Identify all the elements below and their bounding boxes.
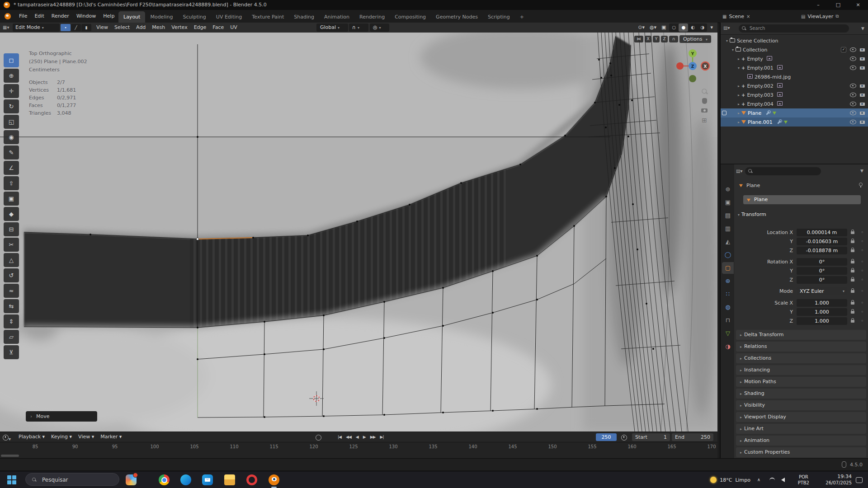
outliner-row-empty-003[interactable]: ▸+Empty.003 <box>721 90 868 99</box>
play-reverse-button[interactable]: ◀ <box>354 432 361 442</box>
outliner-row-empty-004[interactable]: ▸+Empty.004 <box>721 99 868 108</box>
properties-tab-particles[interactable]: ∷ <box>722 288 734 300</box>
menu-file[interactable]: File <box>15 10 31 23</box>
prev-keyframe-button[interactable]: ◀◀ <box>344 432 354 442</box>
workspace-tab-rendering[interactable]: Rendering <box>354 11 390 23</box>
tool-shrink-fatten[interactable]: ⇕ <box>4 314 19 328</box>
gizmo-y-neg-axis[interactable] <box>689 75 696 82</box>
filter-icon[interactable]: ▼ <box>861 26 864 31</box>
value-field[interactable]: 1.000 <box>797 317 847 325</box>
mirror-y-toggle[interactable]: Y <box>653 36 660 42</box>
clock[interactable]: 19:34 26/07/2025 <box>826 474 852 486</box>
disclosure-arrow[interactable]: ▾ <box>730 48 736 52</box>
value-field[interactable]: 1.000 <box>797 299 847 307</box>
disclosure-arrow[interactable]: ▾ <box>724 39 730 43</box>
timeline-ruler[interactable]: 8590951001051101151201251301351401451501… <box>0 442 717 459</box>
outliner-row-26986-mid-jpg[interactable]: 26986-mid.jpg <box>721 72 868 81</box>
timeline-menu-keying[interactable]: Keying ▾ <box>48 432 75 442</box>
next-keyframe-button[interactable]: ▶▶ <box>368 432 378 442</box>
animate-dot[interactable]: ◦ <box>861 299 864 307</box>
blender-app-menu-icon[interactable] <box>5 13 11 19</box>
tool-inset-faces[interactable]: ▣ <box>4 192 19 206</box>
play-button[interactable]: ▶ <box>361 432 368 442</box>
workspace-tab-sculpting[interactable]: Sculpting <box>178 11 211 23</box>
properties-tab-object[interactable]: ▢ <box>722 262 734 274</box>
pan-hand-icon[interactable] <box>702 98 707 104</box>
edge-select-button[interactable]: ╱ <box>71 24 81 31</box>
timeline-editor-icon[interactable]: ▾ <box>3 435 11 441</box>
camera-icon[interactable] <box>860 57 865 61</box>
timeline-menu-playback[interactable]: Playback ▾ <box>15 432 48 442</box>
workspace-tab-layout[interactable]: Layout <box>118 11 145 23</box>
eye-icon[interactable] <box>850 93 856 97</box>
section-motion-paths[interactable]: ▸Motion Paths <box>736 377 866 387</box>
properties-tab-physics[interactable]: ◍ <box>722 301 734 313</box>
properties-tab-material[interactable]: ◑ <box>722 341 734 352</box>
tool-select-box[interactable]: ◻ <box>4 53 19 67</box>
eye-icon[interactable] <box>850 111 856 115</box>
maximize-button[interactable]: □ <box>828 0 848 10</box>
value-field[interactable]: 1.000 <box>797 308 847 316</box>
properties-tab-output[interactable]: ▤ <box>722 210 734 221</box>
jump-to-start-button[interactable]: |◀ <box>335 432 344 442</box>
animate-dot[interactable]: ◦ <box>861 258 864 266</box>
tool-extrude-region[interactable]: ⇧ <box>4 176 19 190</box>
workspace-tab-texture-paint[interactable]: Texture Paint <box>247 11 289 23</box>
animate-dot[interactable]: ◦ <box>861 247 864 255</box>
tray-expand-chevron[interactable]: ∧ <box>757 471 760 488</box>
frame-end-field[interactable]: End250 <box>672 433 713 441</box>
toggle-xray-button[interactable]: ▣ <box>660 23 668 32</box>
lock-icon[interactable] <box>851 320 854 323</box>
disclosure-arrow[interactable]: ▸ <box>736 102 741 106</box>
value-field[interactable]: 0° <box>797 267 847 275</box>
menu-help[interactable]: Help <box>99 10 118 23</box>
tool-loop-cut[interactable]: ⊟ <box>4 222 19 236</box>
menu-render[interactable]: Render <box>48 10 73 23</box>
jump-to-end-button[interactable]: ▶| <box>378 432 386 442</box>
viewport-menu-select[interactable]: Select <box>111 23 133 33</box>
outliner-editor-icon[interactable]: ▤▾ <box>723 25 730 30</box>
tool-rip-region[interactable]: ⊻ <box>4 345 19 359</box>
section-relations[interactable]: ▸Relations <box>736 342 866 352</box>
section-shading[interactable]: ▸Shading <box>736 389 866 399</box>
options-dropdown[interactable]: Options ▾ <box>679 35 711 43</box>
eye-icon[interactable] <box>850 47 856 52</box>
camera-icon[interactable] <box>860 121 865 124</box>
tool-move[interactable]: ✛ <box>4 84 19 98</box>
solid-shading-button[interactable]: ● <box>679 23 688 32</box>
viewport-canvas[interactable] <box>0 33 717 432</box>
properties-tab-modifiers[interactable]: ⊛ <box>722 275 734 287</box>
frame-start-field[interactable]: Start1 <box>632 433 670 441</box>
pin-icon[interactable] <box>859 183 863 186</box>
animate-dot[interactable]: ◦ <box>861 229 864 237</box>
tool-scale[interactable]: ◱ <box>4 115 19 129</box>
properties-tab-tool[interactable]: ⊚ <box>722 183 734 195</box>
tool-smooth[interactable]: ≈ <box>4 284 19 298</box>
lock-icon[interactable] <box>851 279 854 282</box>
animate-dot[interactable]: ◦ <box>861 308 864 316</box>
animate-dot[interactable]: ◦ <box>861 317 864 325</box>
scene-selector[interactable]: ▦ Scene × <box>722 12 750 21</box>
lock-icon[interactable] <box>851 311 854 314</box>
rendered-shading-button[interactable]: ◑ <box>698 23 707 32</box>
value-field[interactable]: 0.000014 m <box>797 229 847 236</box>
outliner-row-collection[interactable]: ▾Collection✓ <box>721 45 868 54</box>
tool-bevel[interactable]: ◆ <box>4 207 19 221</box>
add-workspace-button[interactable]: + <box>515 11 529 23</box>
tool-annotate[interactable]: ✎ <box>4 145 19 160</box>
viewport-menu-view[interactable]: View <box>93 23 111 33</box>
object-name-field[interactable]: Plane <box>743 195 861 204</box>
section-collections[interactable]: ▸Collections <box>736 353 866 363</box>
outliner-row-plane-001[interactable]: ▸Plane.001 <box>721 117 868 127</box>
snap-toggle[interactable]: ∩▾ <box>349 23 368 32</box>
tool-cursor[interactable]: ⊕ <box>4 69 19 83</box>
camera-icon[interactable] <box>860 94 865 97</box>
snap-falloff-icon[interactable]: ∩ <box>669 36 678 42</box>
tool-edge-slide[interactable]: ⇆ <box>4 299 19 313</box>
editor-type-icon[interactable]: ▦▾ <box>3 25 9 30</box>
workspace-tab-modeling[interactable]: Modeling <box>145 11 178 23</box>
viewlayer-copy-icon[interactable]: ⧉ <box>835 14 839 19</box>
mirror-icon[interactable]: ⋈ <box>634 36 643 42</box>
workspace-tab-geometry-nodes[interactable]: Geometry Nodes <box>431 11 483 23</box>
tool-spin[interactable]: ↺ <box>4 268 19 282</box>
